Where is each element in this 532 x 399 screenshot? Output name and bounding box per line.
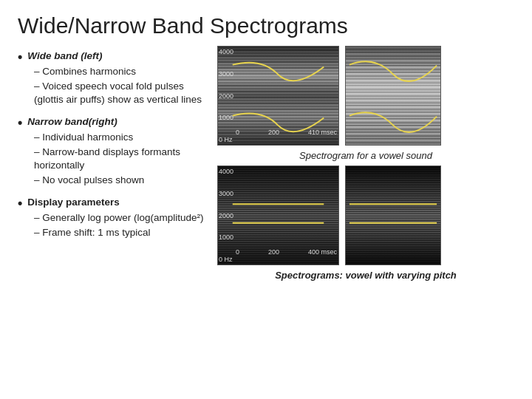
- sub-item-3-1: Generally log power (log(amplitude²): [34, 211, 210, 225]
- bottom-spectrogram-row: 4000 3000 2000 1000 0 Hz 0 200: [217, 166, 514, 265]
- top-row-caption: Spectrogram for a vowel sound: [217, 150, 514, 161]
- sub-item-1-1: Combines harmonics: [34, 65, 210, 78]
- slide: Wide/Narrow Band Spectrograms • Wide ban…: [0, 0, 532, 399]
- y2-0hz: 0 Hz: [219, 256, 233, 263]
- y-3000: 3000: [219, 70, 233, 78]
- y-2000: 2000: [219, 92, 233, 100]
- content-area: • Wide band (left) Combines harmonics Vo…: [18, 46, 514, 389]
- left-panel: • Wide band (left) Combines harmonics Vo…: [18, 46, 210, 389]
- top-left-spectrogram: 4000 3000 2000 1000 0 Hz: [217, 46, 339, 146]
- sub-item-2-2: Narrow-band displays formants horizontal…: [34, 146, 210, 172]
- sub-list-2: Individual harmonics Narrow-band display…: [34, 131, 210, 189]
- sg-bg-top-right: [346, 47, 440, 145]
- x-0: 0: [236, 129, 239, 136]
- y2-3000: 3000: [219, 190, 233, 197]
- bottom-left-spectrogram: 4000 3000 2000 1000 0 Hz 0 200: [217, 166, 339, 265]
- x2-0: 0: [236, 248, 239, 256]
- bullet-label-2: Narrow band(right): [27, 116, 117, 127]
- y2-2000: 2000: [219, 212, 233, 219]
- bullet-label-3: Display parameters: [27, 197, 120, 208]
- y2-1000: 1000: [219, 233, 233, 241]
- y-axis-bottom-left: 4000 3000 2000 1000 0 Hz: [219, 166, 233, 265]
- x2-400: 400 msec: [308, 248, 337, 256]
- bullet-wide-band: • Wide band (left): [18, 50, 210, 64]
- bottom-right-spectrogram-block: [345, 166, 441, 265]
- bullet-dot-1: •: [18, 50, 22, 64]
- x2-200: 200: [268, 248, 279, 256]
- y-4000: 4000: [219, 48, 233, 55]
- sub-list-1: Combines harmonics Voiced speech vocal f…: [34, 65, 210, 109]
- top-spectrogram-row: 4000 3000 2000 1000 0 Hz: [217, 46, 514, 146]
- sub-item-2-1: Individual harmonics: [34, 131, 210, 144]
- bullet-dot-3: •: [18, 197, 22, 210]
- bottom-left-spectrogram-block: 4000 3000 2000 1000 0 Hz 0 200: [217, 166, 339, 265]
- x-410: 410 msec: [308, 129, 337, 136]
- x-200: 200: [268, 129, 279, 136]
- sub-item-3-2: Frame shift: 1 ms typical: [34, 226, 210, 239]
- y-0hz: 0 Hz: [219, 136, 233, 143]
- right-panel: 4000 3000 2000 1000 0 Hz: [217, 46, 514, 389]
- bottom-row-caption: Spectrograms: vowel with varying pitch: [217, 270, 514, 281]
- bullet-dot-2: •: [18, 116, 22, 129]
- bullet-narrow-band: • Narrow band(right): [18, 116, 210, 129]
- bottom-right-spectrogram: [345, 166, 441, 265]
- x-axis-bottom-left: 0 200 400 msec: [236, 248, 337, 256]
- x-axis-top-left: 0 200 410 msec: [236, 129, 337, 136]
- sub-item-2-3: No vocal pulses shown: [34, 174, 210, 187]
- sub-list-3: Generally log power (log(amplitude²) Fra…: [34, 211, 210, 241]
- top-right-spectrogram-block: [345, 46, 441, 146]
- y-axis-top-left: 4000 3000 2000 1000 0 Hz: [219, 47, 233, 145]
- y2-4000: 4000: [219, 168, 233, 175]
- sub-item-1-2: Voiced speech vocal fold pulses (glottis…: [34, 80, 210, 106]
- bullet-label-1: Wide band (left): [27, 50, 102, 61]
- sg-bg-bottom-right: [346, 166, 440, 265]
- y-1000: 1000: [219, 114, 233, 121]
- top-left-spectrogram-block: 4000 3000 2000 1000 0 Hz: [217, 46, 339, 146]
- bullet-display-params: • Display parameters: [18, 197, 210, 210]
- top-right-spectrogram: [345, 46, 441, 146]
- slide-title: Wide/Narrow Band Spectrograms: [18, 13, 514, 38]
